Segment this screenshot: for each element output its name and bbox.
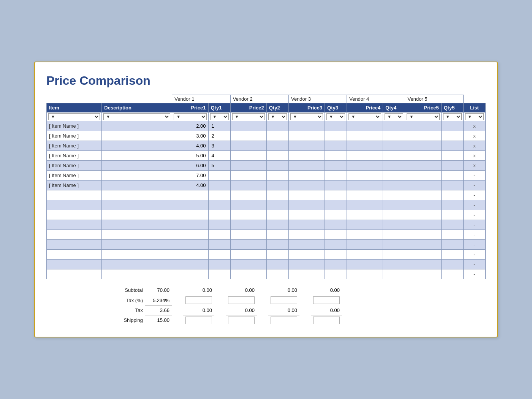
table-cell[interactable]: 7.00 (172, 170, 208, 180)
table-cell[interactable]: - (463, 200, 485, 210)
vendor3-tax-pct-input[interactable] (228, 296, 255, 304)
table-cell[interactable] (230, 170, 266, 180)
table-cell[interactable]: [ Item Name ] (47, 131, 102, 141)
table-cell[interactable] (347, 269, 383, 279)
filter-item[interactable]: ▼ (47, 112, 102, 121)
vendor2-tax-pct-input[interactable] (185, 296, 212, 304)
table-cell[interactable] (288, 210, 325, 220)
table-cell[interactable] (208, 210, 230, 220)
table-cell[interactable]: - (463, 249, 485, 259)
table-cell[interactable] (266, 210, 288, 220)
table-cell[interactable] (208, 190, 230, 200)
filter-qty1-select[interactable]: ▼ (210, 113, 229, 120)
table-cell[interactable] (325, 249, 347, 259)
table-cell[interactable] (325, 150, 347, 160)
table-cell[interactable]: 6.00 (172, 160, 208, 170)
table-cell[interactable] (288, 160, 325, 170)
table-cell[interactable]: 4.00 (172, 141, 208, 150)
table-cell[interactable] (383, 200, 405, 210)
filter-desc-select[interactable]: ▼ (103, 113, 170, 120)
table-cell[interactable] (266, 150, 288, 160)
table-cell[interactable]: 3.00 (172, 131, 208, 141)
table-cell[interactable]: x (463, 141, 485, 150)
table-cell[interactable]: - (463, 220, 485, 230)
table-cell[interactable] (172, 269, 208, 279)
table-cell[interactable] (405, 210, 441, 220)
table-cell[interactable]: [ Item Name ] (47, 141, 102, 150)
filter-price5-select[interactable]: ▼ (407, 113, 439, 120)
table-cell[interactable] (266, 230, 288, 239)
table-cell[interactable] (347, 220, 383, 230)
table-cell[interactable] (383, 180, 405, 190)
table-cell[interactable] (347, 170, 383, 180)
table-cell[interactable] (383, 230, 405, 239)
table-cell[interactable] (347, 249, 383, 259)
table-cell[interactable] (383, 249, 405, 259)
table-cell[interactable] (288, 170, 325, 180)
table-cell[interactable] (441, 200, 463, 210)
table-cell[interactable] (383, 210, 405, 220)
table-cell[interactable] (347, 210, 383, 220)
table-cell[interactable] (208, 259, 230, 269)
table-cell[interactable] (47, 190, 102, 200)
table-cell[interactable] (383, 131, 405, 141)
table-cell[interactable] (266, 200, 288, 210)
table-cell[interactable] (102, 239, 172, 249)
table-cell[interactable] (383, 121, 405, 131)
table-cell[interactable] (230, 121, 266, 131)
filter-qty4[interactable]: ▼ (383, 112, 405, 121)
table-cell[interactable] (208, 180, 230, 190)
table-cell[interactable]: x (463, 150, 485, 160)
table-cell[interactable]: - (463, 170, 485, 180)
table-cell[interactable] (441, 210, 463, 220)
table-cell[interactable] (288, 220, 325, 230)
table-cell[interactable] (288, 190, 325, 200)
table-cell[interactable] (325, 121, 347, 131)
table-cell[interactable]: - (463, 210, 485, 220)
table-cell[interactable] (102, 269, 172, 279)
table-cell[interactable]: - (463, 269, 485, 279)
table-cell[interactable]: [ Item Name ] (47, 160, 102, 170)
table-cell[interactable] (383, 259, 405, 269)
filter-item-select[interactable]: ▼ (48, 113, 100, 120)
table-cell[interactable] (266, 160, 288, 170)
table-cell[interactable]: [ Item Name ] (47, 150, 102, 160)
table-cell[interactable] (405, 131, 441, 141)
table-cell[interactable] (288, 131, 325, 141)
table-cell[interactable] (383, 269, 405, 279)
table-cell[interactable] (405, 269, 441, 279)
table-cell[interactable] (288, 249, 325, 259)
table-cell[interactable] (172, 200, 208, 210)
table-cell[interactable] (230, 141, 266, 150)
table-cell[interactable] (325, 220, 347, 230)
table-cell[interactable]: 4.00 (172, 180, 208, 190)
table-cell[interactable] (230, 259, 266, 269)
table-cell[interactable] (230, 269, 266, 279)
table-cell[interactable] (266, 259, 288, 269)
filter-price5[interactable]: ▼ (405, 112, 441, 121)
table-cell[interactable] (266, 220, 288, 230)
vendor2-shipping-input[interactable] (185, 317, 212, 324)
table-cell[interactable]: - (463, 190, 485, 200)
table-cell[interactable] (102, 220, 172, 230)
table-cell[interactable] (441, 131, 463, 141)
table-cell[interactable]: - (463, 239, 485, 249)
table-cell[interactable] (441, 160, 463, 170)
table-cell[interactable] (347, 150, 383, 160)
table-cell[interactable] (441, 190, 463, 200)
table-cell[interactable] (405, 249, 441, 259)
table-cell[interactable] (288, 230, 325, 239)
table-cell[interactable] (102, 259, 172, 269)
table-cell[interactable] (288, 141, 325, 150)
table-cell[interactable] (102, 121, 172, 131)
filter-price2-select[interactable]: ▼ (232, 113, 265, 120)
table-cell[interactable] (47, 220, 102, 230)
table-cell[interactable] (405, 160, 441, 170)
table-cell[interactable] (230, 131, 266, 141)
filter-price3-select[interactable]: ▼ (290, 113, 323, 120)
filter-qty2[interactable]: ▼ (266, 112, 288, 121)
table-cell[interactable] (102, 160, 172, 170)
table-cell[interactable] (266, 249, 288, 259)
table-cell[interactable] (208, 200, 230, 210)
table-cell[interactable] (102, 131, 172, 141)
